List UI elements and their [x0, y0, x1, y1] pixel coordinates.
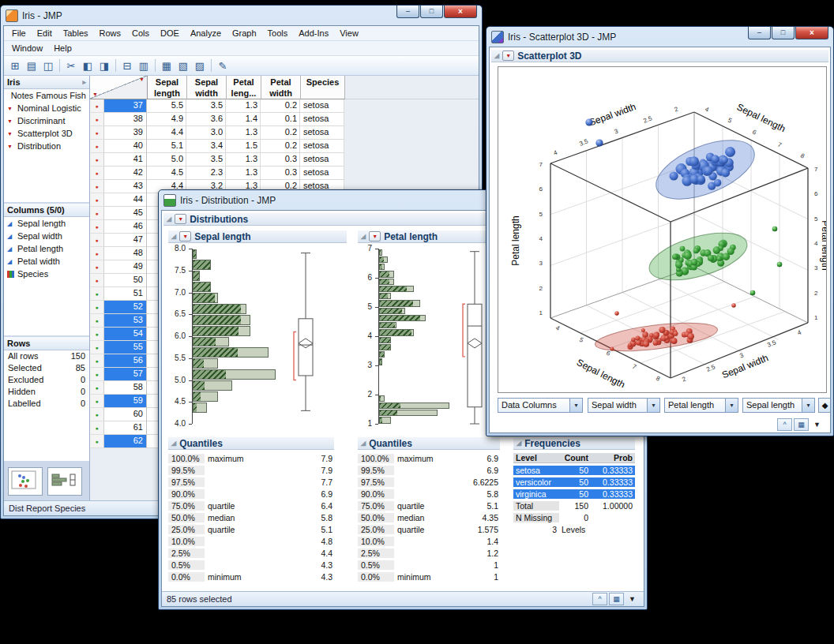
histogram-bar[interactable] — [379, 264, 385, 270]
cell[interactable]: 3.4 — [186, 140, 226, 153]
row-number[interactable]: 49 — [104, 260, 147, 274]
row-state-cell[interactable]: ● — [90, 301, 104, 314]
sort-icon[interactable]: ▧ — [175, 58, 191, 73]
row-state-cell[interactable]: ● — [90, 328, 104, 341]
menu-doe[interactable]: DOE — [155, 28, 185, 39]
histogram-bar[interactable] — [379, 395, 385, 402]
row-number[interactable]: 43 — [104, 180, 147, 193]
close-button[interactable]: × — [444, 6, 477, 18]
cell[interactable]: setosa — [300, 113, 344, 126]
row-number[interactable]: 39 — [104, 126, 147, 140]
quantiles-header-petal-length[interactable]: ◢Quantiles — [358, 436, 500, 450]
scroll-to-top-icon[interactable]: ^ — [592, 593, 607, 605]
column-header-sepal-length[interactable]: Sepallength — [148, 76, 187, 99]
disclosure-icon[interactable]: ◢ — [171, 233, 176, 240]
histogram-bar[interactable] — [193, 358, 218, 369]
open-icon[interactable]: ▤ — [24, 58, 39, 73]
row-state-cell[interactable]: ● — [90, 408, 104, 421]
column-item-petal-width[interactable]: ◢Petal width — [4, 255, 89, 268]
paste-icon[interactable]: ◨ — [96, 58, 112, 73]
column-header-species-[interactable]: Species — [301, 76, 345, 99]
table-row[interactable]: ●424.52.31.30.3setosa — [90, 167, 479, 180]
scatterplot-3d-plot[interactable]: 43.532.5245678765432176543214567822.533.… — [498, 66, 827, 393]
column-header-petal-width[interactable]: Petalwidth — [261, 76, 301, 99]
table-row[interactable]: ●384.93.61.40.1setosa — [90, 113, 479, 126]
histogram-bar[interactable] — [379, 300, 420, 306]
row-state-cell[interactable]: ● — [90, 113, 104, 126]
save-icon[interactable]: ◫ — [40, 58, 56, 73]
table-panel-header[interactable]: Iris ▸ — [4, 76, 89, 89]
graph-builder-icon[interactable]: ▨ — [192, 58, 208, 73]
disclosure-icon[interactable]: ◢ — [167, 215, 171, 223]
row-number[interactable]: 47 — [104, 234, 147, 247]
window-scatterplot3d[interactable]: Iris - Scatterplot 3D - JMP – □ × ◢ ▼ Sc… — [486, 26, 834, 436]
histogram-bar[interactable] — [379, 410, 438, 416]
row-number[interactable]: 40 — [104, 140, 147, 153]
histogram-bar[interactable] — [193, 282, 211, 292]
row-state-cell[interactable]: ● — [90, 354, 104, 368]
cell[interactable]: setosa — [300, 126, 344, 140]
maximize-button[interactable]: □ — [420, 6, 443, 18]
row-state-cell[interactable]: ● — [90, 180, 104, 193]
cell[interactable]: 5.0 — [147, 153, 186, 167]
row-number[interactable]: 56 — [104, 354, 147, 368]
row-number[interactable]: 54 — [104, 328, 147, 341]
quantiles-header-sepal-length[interactable]: ◢Quantiles — [168, 436, 334, 450]
menu-analyze[interactable]: Analyze — [185, 28, 227, 39]
histogram-bar[interactable] — [379, 249, 382, 256]
section-header-sepal-length[interactable]: ◢▼Sepal length — [168, 230, 347, 243]
window-panel-icon[interactable]: ▦ — [794, 418, 809, 431]
rotate-diamond-button[interactable]: ◆ — [818, 398, 831, 413]
point-versicolor[interactable] — [750, 290, 756, 296]
histogram-bar[interactable] — [379, 308, 405, 314]
row-state-cell[interactable]: ● — [90, 287, 104, 301]
histogram-bar[interactable] — [193, 315, 250, 325]
maximize-button[interactable]: □ — [772, 27, 795, 39]
menu-cols[interactable]: Cols — [126, 28, 155, 39]
row-state-cell[interactable]: ● — [90, 421, 104, 435]
row-number[interactable]: 45 — [104, 207, 147, 220]
histogram-bar[interactable] — [379, 271, 394, 277]
more-options-dropdown-icon[interactable]: ▼ — [626, 593, 639, 605]
table-row[interactable]: ●394.43.01.30.2setosa — [90, 126, 479, 140]
ellipsoid-versicolor[interactable] — [644, 223, 753, 289]
menu-tables[interactable]: Tables — [58, 28, 94, 39]
minimize-button[interactable]: – — [748, 27, 771, 39]
cell[interactable]: 5.5 — [147, 99, 186, 113]
red-triangle-menu-icon[interactable]: ▼ — [175, 214, 186, 224]
histogram-bar[interactable] — [379, 402, 449, 409]
cell[interactable]: 0.2 — [261, 140, 300, 153]
point-versicolor[interactable] — [777, 262, 783, 268]
red-triangle-menu-icon[interactable]: ▼ — [179, 231, 191, 242]
data-table-icon[interactable]: ▦ — [159, 58, 175, 73]
row-state-cell[interactable]: ● — [90, 193, 104, 207]
row-state-cell[interactable]: ● — [90, 247, 104, 260]
cell[interactable]: 0.3 — [261, 167, 300, 180]
rows-panel-header[interactable]: Rows — [4, 337, 89, 350]
cell[interactable]: 4.9 — [147, 113, 186, 126]
new-journal-icon[interactable]: ⊞ — [7, 58, 23, 73]
cell[interactable]: 3.5 — [186, 99, 226, 113]
histogram-bar[interactable] — [379, 279, 394, 285]
point-versicolor[interactable] — [772, 227, 778, 232]
copy-icon[interactable]: ◧ — [80, 58, 96, 73]
sidebar-item-nominal-logistic[interactable]: ▼Nominal Logistic — [4, 102, 89, 114]
chevron-down-icon[interactable]: ▾ — [647, 399, 659, 412]
cell[interactable]: 3.5 — [186, 153, 226, 167]
ellipsoid-setosa[interactable] — [594, 318, 719, 357]
histogram-bar[interactable] — [193, 347, 269, 358]
cell[interactable]: 1.3 — [226, 126, 261, 140]
annotate-icon[interactable]: ✎ — [215, 58, 231, 73]
column-item-species[interactable]: Species — [4, 268, 89, 280]
close-button[interactable]: × — [795, 27, 828, 39]
table-row[interactable]: ●405.13.41.50.2setosa — [90, 140, 479, 153]
axis-dropdown-petal-length[interactable]: Petal length▾ — [664, 398, 738, 413]
menu-help[interactable]: Help — [48, 43, 77, 54]
row-state-cell[interactable]: ● — [90, 126, 104, 140]
sidebar-item-discriminant[interactable]: ▼Discriminant — [4, 114, 89, 127]
more-options-dropdown-icon[interactable]: ▼ — [810, 419, 824, 430]
sidebar-item-notes-famous-fish[interactable]: Notes Famous Fish — [4, 89, 89, 102]
row-state-cell[interactable]: ● — [90, 220, 104, 234]
row-number[interactable]: 59 — [104, 395, 147, 408]
histogram-bar[interactable] — [193, 402, 207, 413]
